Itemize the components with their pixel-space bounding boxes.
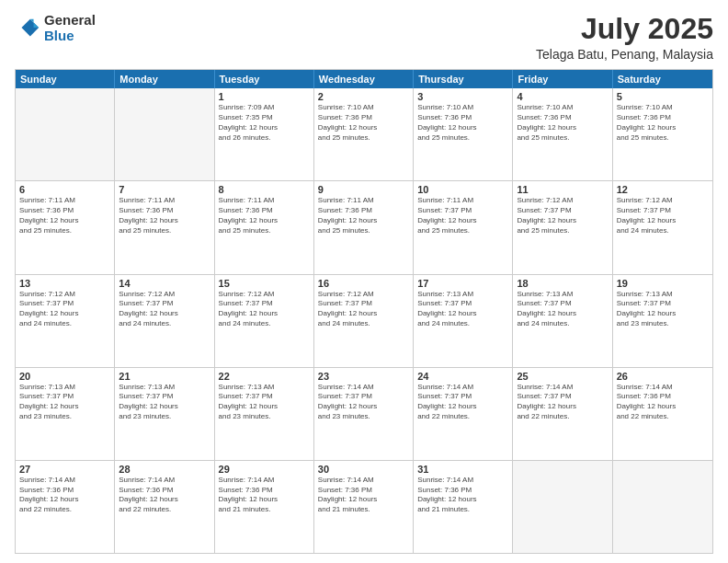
calendar-cell: 17Sunrise: 7:13 AM Sunset: 7:37 PM Dayli… [414, 275, 513, 367]
calendar-cell: 4Sunrise: 7:10 AM Sunset: 7:36 PM Daylig… [513, 88, 612, 180]
cell-info: Sunrise: 7:09 AM Sunset: 7:35 PM Dayligh… [219, 103, 310, 143]
day-number: 9 [318, 184, 409, 195]
calendar-cell: 19Sunrise: 7:13 AM Sunset: 7:37 PM Dayli… [613, 275, 712, 367]
cell-info: Sunrise: 7:10 AM Sunset: 7:36 PM Dayligh… [417, 103, 508, 143]
day-number: 19 [617, 278, 709, 289]
calendar-row: 20Sunrise: 7:13 AM Sunset: 7:37 PM Dayli… [16, 368, 712, 461]
cell-info: Sunrise: 7:14 AM Sunset: 7:36 PM Dayligh… [219, 476, 310, 515]
cell-info: Sunrise: 7:14 AM Sunset: 7:37 PM Dayligh… [517, 383, 608, 422]
day-number: 20 [19, 371, 110, 382]
calendar-row: 1Sunrise: 7:09 AM Sunset: 7:35 PM Daylig… [16, 88, 712, 181]
calendar-row: 27Sunrise: 7:14 AM Sunset: 7:36 PM Dayli… [16, 461, 712, 553]
cell-info: Sunrise: 7:13 AM Sunset: 7:37 PM Dayligh… [119, 383, 210, 422]
calendar-cell: 7Sunrise: 7:11 AM Sunset: 7:36 PM Daylig… [115, 181, 214, 273]
day-number: 28 [119, 464, 210, 475]
weekday-header: Sunday [16, 70, 115, 88]
calendar-header: SundayMondayTuesdayWednesdayThursdayFrid… [16, 70, 712, 88]
day-number: 29 [219, 464, 310, 475]
calendar-cell: 11Sunrise: 7:12 AM Sunset: 7:37 PM Dayli… [513, 181, 612, 273]
day-number: 8 [219, 184, 310, 195]
calendar-cell: 6Sunrise: 7:11 AM Sunset: 7:36 PM Daylig… [16, 181, 115, 273]
logo-general: General [44, 13, 96, 29]
calendar-cell: 16Sunrise: 7:12 AM Sunset: 7:37 PM Dayli… [314, 275, 414, 367]
weekday-header: Saturday [613, 70, 712, 88]
logo-icon [15, 16, 40, 41]
weekday-header: Monday [115, 70, 214, 88]
calendar-cell: 22Sunrise: 7:13 AM Sunset: 7:37 PM Dayli… [215, 368, 314, 460]
calendar-cell [115, 88, 214, 180]
day-number: 26 [617, 371, 709, 382]
cell-info: Sunrise: 7:13 AM Sunset: 7:37 PM Dayligh… [617, 290, 709, 329]
weekday-header: Friday [513, 70, 612, 88]
cell-info: Sunrise: 7:14 AM Sunset: 7:37 PM Dayligh… [318, 383, 409, 422]
calendar-cell: 5Sunrise: 7:10 AM Sunset: 7:36 PM Daylig… [613, 88, 712, 180]
day-number: 11 [517, 184, 608, 195]
logo-text: General Blue [44, 13, 96, 43]
cell-info: Sunrise: 7:14 AM Sunset: 7:36 PM Dayligh… [318, 476, 409, 515]
cell-info: Sunrise: 7:12 AM Sunset: 7:37 PM Dayligh… [318, 290, 409, 329]
cell-info: Sunrise: 7:12 AM Sunset: 7:37 PM Dayligh… [19, 290, 110, 329]
day-number: 27 [19, 464, 110, 475]
calendar-cell: 28Sunrise: 7:14 AM Sunset: 7:36 PM Dayli… [115, 461, 214, 553]
calendar-cell: 2Sunrise: 7:10 AM Sunset: 7:36 PM Daylig… [314, 88, 414, 180]
calendar-cell: 26Sunrise: 7:14 AM Sunset: 7:36 PM Dayli… [613, 368, 712, 460]
day-number: 17 [417, 278, 508, 289]
location: Telaga Batu, Penang, Malaysia [536, 47, 713, 62]
cell-info: Sunrise: 7:14 AM Sunset: 7:37 PM Dayligh… [417, 383, 508, 422]
cell-info: Sunrise: 7:12 AM Sunset: 7:37 PM Dayligh… [119, 290, 210, 329]
weekday-header: Thursday [414, 70, 513, 88]
cell-info: Sunrise: 7:10 AM Sunset: 7:36 PM Dayligh… [517, 103, 608, 143]
day-number: 13 [19, 278, 110, 289]
cell-info: Sunrise: 7:13 AM Sunset: 7:37 PM Dayligh… [517, 290, 608, 329]
day-number: 10 [417, 184, 508, 195]
month-title: July 2025 [536, 13, 713, 45]
day-number: 7 [119, 184, 210, 195]
cell-info: Sunrise: 7:11 AM Sunset: 7:36 PM Dayligh… [19, 196, 110, 236]
calendar-cell: 25Sunrise: 7:14 AM Sunset: 7:37 PM Dayli… [513, 368, 612, 460]
calendar-cell: 29Sunrise: 7:14 AM Sunset: 7:36 PM Dayli… [215, 461, 314, 553]
calendar-cell: 9Sunrise: 7:11 AM Sunset: 7:36 PM Daylig… [314, 181, 414, 273]
cell-info: Sunrise: 7:12 AM Sunset: 7:37 PM Dayligh… [219, 290, 310, 329]
day-number: 23 [318, 371, 409, 382]
calendar-cell [513, 461, 612, 553]
logo: General Blue [15, 13, 96, 43]
calendar-body: 1Sunrise: 7:09 AM Sunset: 7:35 PM Daylig… [16, 88, 712, 553]
calendar-cell: 10Sunrise: 7:11 AM Sunset: 7:37 PM Dayli… [414, 181, 513, 273]
calendar-cell: 14Sunrise: 7:12 AM Sunset: 7:37 PM Dayli… [115, 275, 214, 367]
cell-info: Sunrise: 7:14 AM Sunset: 7:36 PM Dayligh… [417, 476, 508, 515]
calendar-cell: 20Sunrise: 7:13 AM Sunset: 7:37 PM Dayli… [16, 368, 115, 460]
cell-info: Sunrise: 7:14 AM Sunset: 7:36 PM Dayligh… [617, 383, 709, 422]
calendar-cell: 23Sunrise: 7:14 AM Sunset: 7:37 PM Dayli… [314, 368, 414, 460]
calendar-row: 13Sunrise: 7:12 AM Sunset: 7:37 PM Dayli… [16, 275, 712, 368]
day-number: 12 [617, 184, 709, 195]
cell-info: Sunrise: 7:11 AM Sunset: 7:36 PM Dayligh… [119, 196, 210, 236]
day-number: 1 [219, 91, 310, 102]
day-number: 3 [417, 91, 508, 102]
calendar-cell: 27Sunrise: 7:14 AM Sunset: 7:36 PM Dayli… [16, 461, 115, 553]
calendar-cell [16, 88, 115, 180]
cell-info: Sunrise: 7:12 AM Sunset: 7:37 PM Dayligh… [617, 196, 709, 236]
day-number: 24 [417, 371, 508, 382]
cell-info: Sunrise: 7:11 AM Sunset: 7:37 PM Dayligh… [417, 196, 508, 236]
calendar-cell: 1Sunrise: 7:09 AM Sunset: 7:35 PM Daylig… [215, 88, 314, 180]
day-number: 14 [119, 278, 210, 289]
svg-marker-0 [21, 18, 39, 36]
cell-info: Sunrise: 7:14 AM Sunset: 7:36 PM Dayligh… [19, 476, 110, 515]
weekday-header: Wednesday [314, 70, 414, 88]
day-number: 21 [119, 371, 210, 382]
day-number: 5 [617, 91, 709, 102]
logo-blue: Blue [44, 29, 96, 44]
calendar-cell [613, 461, 712, 553]
cell-info: Sunrise: 7:11 AM Sunset: 7:36 PM Dayligh… [318, 196, 409, 236]
calendar-cell: 3Sunrise: 7:10 AM Sunset: 7:36 PM Daylig… [414, 88, 513, 180]
calendar-cell: 12Sunrise: 7:12 AM Sunset: 7:37 PM Dayli… [613, 181, 712, 273]
calendar-cell: 24Sunrise: 7:14 AM Sunset: 7:37 PM Dayli… [414, 368, 513, 460]
calendar-cell: 8Sunrise: 7:11 AM Sunset: 7:36 PM Daylig… [215, 181, 314, 273]
calendar-row: 6Sunrise: 7:11 AM Sunset: 7:36 PM Daylig… [16, 181, 712, 274]
cell-info: Sunrise: 7:14 AM Sunset: 7:36 PM Dayligh… [119, 476, 210, 515]
day-number: 30 [318, 464, 409, 475]
day-number: 18 [517, 278, 608, 289]
cell-info: Sunrise: 7:11 AM Sunset: 7:36 PM Dayligh… [219, 196, 310, 236]
cell-info: Sunrise: 7:12 AM Sunset: 7:37 PM Dayligh… [517, 196, 608, 236]
calendar-cell: 21Sunrise: 7:13 AM Sunset: 7:37 PM Dayli… [115, 368, 214, 460]
